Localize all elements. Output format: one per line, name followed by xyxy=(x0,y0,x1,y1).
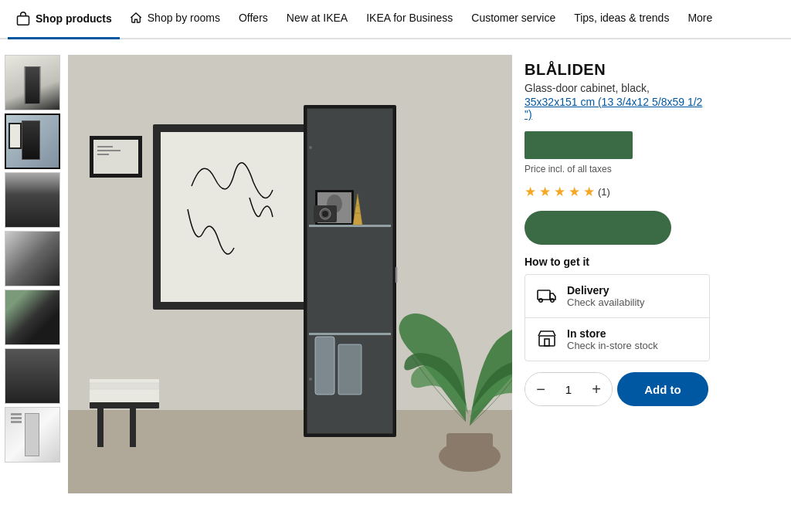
svg-rect-0 xyxy=(18,16,29,25)
svg-point-22 xyxy=(322,211,328,217)
rating-row: ★ ★ ★ ★ ★ (1) xyxy=(525,184,708,200)
price-box xyxy=(525,131,633,159)
thumbnail-6[interactable] xyxy=(5,348,60,404)
svg-rect-39 xyxy=(545,339,549,346)
in-store-label: In store xyxy=(567,327,658,340)
svg-rect-13 xyxy=(309,333,391,335)
thumbnail-7[interactable] xyxy=(5,407,60,463)
svg-rect-31 xyxy=(90,379,159,402)
delivery-sub: Check availability xyxy=(567,296,644,308)
in-store-info: In store Check in-store stock xyxy=(567,327,658,351)
svg-rect-24 xyxy=(338,344,362,395)
svg-point-36 xyxy=(539,299,542,302)
svg-rect-28 xyxy=(90,402,159,408)
quantity-value: 1 xyxy=(556,383,581,396)
in-store-sub: Check in-store stock xyxy=(567,340,658,351)
star-2: ★ xyxy=(539,184,551,200)
nav-label-customer-service: Customer service xyxy=(471,12,555,24)
svg-rect-9 xyxy=(97,154,109,155)
svg-point-37 xyxy=(551,299,554,302)
home-icon xyxy=(129,11,143,25)
nav-label-offers: Offers xyxy=(239,12,268,24)
nav-item-shop-by-rooms[interactable]: Shop by rooms xyxy=(120,0,229,39)
product-title: BLÅLIDEN xyxy=(525,61,708,79)
thumbnail-2[interactable] xyxy=(5,114,60,169)
main-product-image xyxy=(68,55,512,493)
product-description: Glass-door cabinet, black, xyxy=(525,82,708,94)
fulfillment-options: Delivery Check availability In store Che… xyxy=(525,274,710,361)
nav-item-offers[interactable]: Offers xyxy=(229,0,277,39)
thumbnail-list xyxy=(0,55,68,493)
add-to-cart-button[interactable]: Add to xyxy=(617,372,708,406)
svg-rect-12 xyxy=(309,225,391,227)
delivery-label: Delivery xyxy=(567,284,644,296)
in-store-icon xyxy=(536,327,558,349)
svg-rect-29 xyxy=(97,408,104,447)
how-to-get-label: How to get it xyxy=(525,256,708,268)
main-content: BLÅLIDEN Glass-door cabinet, black, 35x3… xyxy=(0,39,791,493)
star-4: ★ xyxy=(569,184,580,200)
nav-label-tips-ideas: Tips, ideas & trends xyxy=(574,12,669,24)
thumbnail-3[interactable] xyxy=(5,172,60,228)
svg-point-27 xyxy=(309,378,312,381)
quantity-decrease-button[interactable]: − xyxy=(525,372,556,406)
thumbnail-1[interactable] xyxy=(5,55,60,110)
star-5: ★ xyxy=(583,184,595,200)
thumbnail-4[interactable] xyxy=(5,231,60,286)
quantity-increase-button[interactable]: + xyxy=(581,372,612,406)
delivery-option[interactable]: Delivery Check availability xyxy=(525,275,709,318)
nav-item-shop-products[interactable]: Shop products xyxy=(8,0,120,39)
in-store-option[interactable]: In store Check in-store stock xyxy=(525,318,709,361)
bag-icon xyxy=(15,11,31,26)
svg-rect-6 xyxy=(93,140,138,174)
nav-item-ikea-for-business[interactable]: IKEA for Business xyxy=(357,0,462,39)
delivery-info: Delivery Check availability xyxy=(567,284,644,308)
star-3: ★ xyxy=(554,184,565,200)
product-info-panel: BLÅLIDEN Glass-door cabinet, black, 35x3… xyxy=(512,55,721,493)
svg-rect-34 xyxy=(446,433,493,460)
qty-add-row: − 1 + Add to xyxy=(525,372,708,406)
nav-label-shop-by-rooms: Shop by rooms xyxy=(148,12,220,24)
svg-rect-8 xyxy=(97,150,121,151)
rating-count[interactable]: (1) xyxy=(598,186,610,198)
nav-label-ikea-for-business: IKEA for Business xyxy=(366,12,453,24)
svg-rect-4 xyxy=(161,132,307,302)
svg-rect-30 xyxy=(130,408,136,447)
main-nav: Shop products Shop by rooms Offers New a… xyxy=(0,0,791,39)
svg-rect-32 xyxy=(90,383,159,389)
thumbnail-5[interactable] xyxy=(5,290,60,345)
delivery-icon xyxy=(536,284,558,306)
svg-point-26 xyxy=(309,146,312,149)
nav-item-new-at-ikea[interactable]: New at IKEA xyxy=(277,0,357,39)
product-size[interactable]: 35x32x151 cm (13 3/4x12 5/8x59 1/2 ") xyxy=(525,96,708,120)
star-1: ★ xyxy=(525,184,536,200)
nav-label-shop-products: Shop products xyxy=(36,12,112,25)
quantity-control: − 1 + xyxy=(525,372,613,406)
svg-rect-23 xyxy=(315,337,334,395)
svg-rect-7 xyxy=(97,146,113,147)
nav-item-more[interactable]: More xyxy=(678,0,721,39)
add-to-bag-button[interactable] xyxy=(525,211,671,245)
nav-item-customer-service[interactable]: Customer service xyxy=(462,0,565,39)
price-note: Price incl. of all taxes xyxy=(525,164,708,175)
svg-rect-38 xyxy=(539,336,555,346)
nav-label-more: More xyxy=(687,12,712,24)
nav-item-tips-ideas[interactable]: Tips, ideas & trends xyxy=(565,0,678,39)
product-scene-svg xyxy=(68,55,512,493)
nav-label-new-at-ikea: New at IKEA xyxy=(287,12,348,24)
svg-rect-35 xyxy=(538,290,550,300)
